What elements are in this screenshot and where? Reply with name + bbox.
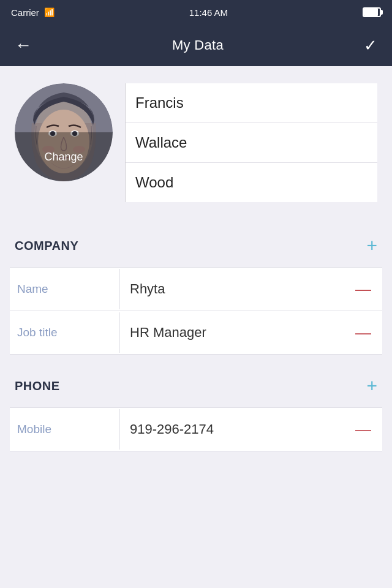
- last-name-field[interactable]: Wallace: [126, 123, 377, 163]
- battery-icon: [363, 7, 381, 17]
- save-button[interactable]: ✓: [364, 36, 377, 55]
- phone-fields-list: Mobile 919-296-2174 —: [10, 407, 382, 451]
- change-label: Change: [44, 151, 83, 164]
- profile-section: Change Francis Wallace Wood: [0, 66, 392, 214]
- name-fields: Francis Wallace Wood: [125, 83, 377, 202]
- middle-name-field[interactable]: Wood: [126, 163, 377, 202]
- phone-mobile-row: Mobile 919-296-2174 —: [10, 407, 382, 451]
- time-label: 11:46 AM: [189, 7, 228, 18]
- company-add-button[interactable]: +: [366, 236, 377, 255]
- content: Change Francis Wallace Wood COMPANY + Na…: [0, 66, 392, 588]
- company-name-label: Name: [10, 269, 120, 309]
- company-jobtitle-row: Job title HR Manager —: [10, 311, 382, 355]
- status-bar: Carrier 📶 11:46 AM: [0, 0, 392, 24]
- phone-mobile-remove-button[interactable]: —: [344, 421, 382, 437]
- wifi-icon: 📶: [44, 7, 55, 17]
- status-left: Carrier 📶: [11, 7, 55, 18]
- phone-mobile-value[interactable]: 919-296-2174: [120, 408, 344, 451]
- company-section-header: COMPANY +: [10, 229, 382, 262]
- company-jobtitle-label: Job title: [10, 312, 120, 353]
- phone-section-title: PHONE: [15, 379, 60, 393]
- company-name-row: Name Rhyta —: [10, 267, 382, 311]
- company-jobtitle-remove-button[interactable]: —: [344, 325, 382, 341]
- company-section-title: COMPANY: [15, 239, 78, 253]
- avatar[interactable]: Change: [15, 83, 113, 181]
- back-button[interactable]: ←: [15, 36, 32, 55]
- phone-section: PHONE + Mobile 919-296-2174 —: [0, 369, 392, 451]
- carrier-label: Carrier: [11, 7, 39, 18]
- page-title: My Data: [172, 37, 224, 53]
- avatar-overlay: Change: [15, 132, 113, 181]
- first-name-field[interactable]: Francis: [126, 83, 377, 123]
- phone-add-button[interactable]: +: [366, 377, 377, 395]
- company-section: COMPANY + Name Rhyta — Job title HR Mana…: [0, 229, 392, 355]
- company-name-remove-button[interactable]: —: [344, 281, 382, 297]
- phone-section-header: PHONE +: [10, 369, 382, 402]
- header: ← My Data ✓: [0, 24, 392, 66]
- company-fields-list: Name Rhyta — Job title HR Manager —: [10, 267, 382, 355]
- company-name-value[interactable]: Rhyta: [120, 268, 344, 311]
- company-jobtitle-value[interactable]: HR Manager: [120, 311, 344, 354]
- phone-mobile-label: Mobile: [10, 409, 120, 450]
